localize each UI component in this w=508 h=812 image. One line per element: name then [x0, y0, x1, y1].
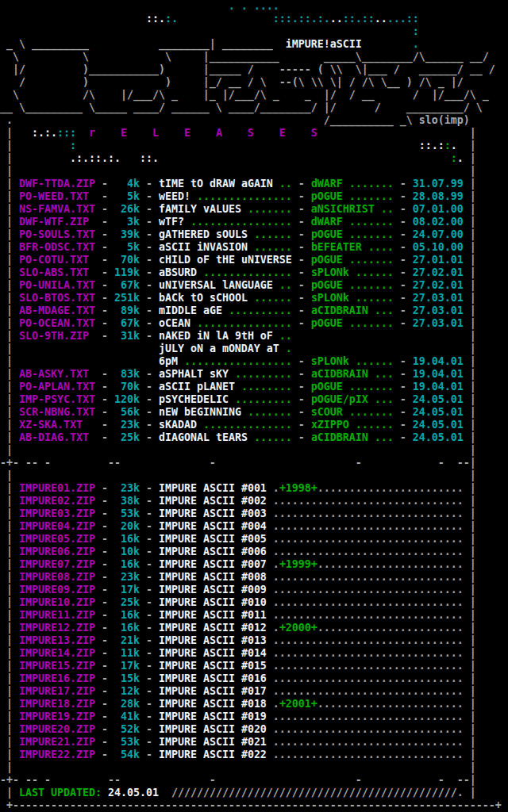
release-row: | PO-SOULS.TXT - 39k - gATHERED sOULS ..… — [0, 228, 508, 241]
art-row: : — [0, 25, 508, 38]
pack-row: | IMPURE05.ZIP - 16k - IMPURE ASCII #005… — [0, 533, 508, 546]
release-row: | XZ-SKA.TXT - 23k - sKADAD ............… — [0, 419, 508, 431]
box-row: | | — [0, 469, 508, 482]
art-row: ::.:. :::.::.:...::.::.....:: — [0, 13, 508, 25]
release-row: | SLO-ABS.TXT - 119k - aBSURD ..........… — [0, 266, 508, 279]
release-row: | 6pM ................. - sPLONk ...... … — [0, 355, 508, 368]
pack-row: | IMPURE17.ZIP - 12k - IMPURE ASCII #017… — [0, 685, 508, 698]
release-row: | AB-DIAG.TXT - 25k - dIAGONAL tEARS ...… — [0, 431, 508, 444]
art-row: . . .... — [0, 0, 508, 13]
pack-row: | IMPURE03.ZIP - 53k - IMPURE ASCII #003… — [0, 508, 508, 520]
pack-row: | IMPURE11.ZIP - 16k - IMPURE ASCII #011… — [0, 609, 508, 622]
pack-row: | IMPURE10.ZIP - 25k - IMPURE ASCII #010… — [0, 596, 508, 609]
pack-row: | IMPURE08.ZIP - 23k - IMPURE ASCII #008… — [0, 571, 508, 584]
release-row: | PO-OCEAN.TXT - 67k - oCEAN ...........… — [0, 317, 508, 330]
release-row: | DWF-WTF.ZIP - 3k - wTF? ..............… — [0, 216, 508, 228]
release-row: | BFR-ODSC.TXT - 5k - aSCII iNVASION ...… — [0, 241, 508, 254]
last-updated-row: | LAST UPDATED: 24.05.01 ///////////////… — [0, 787, 508, 799]
art-row: |/ )___________) |_____ / ----- ( \\ \|_… — [0, 63, 508, 76]
pack-row: | IMPURE20.ZIP - 52k - IMPURE ASCII #020… — [0, 723, 508, 736]
art-row: / ) ) |_/ __ / \ --(\ \\ \| / /\ \__ ) /… — [0, 76, 508, 89]
release-row: | SCR-NBNG.TXT - 56k - nEW bEGINNING ...… — [0, 406, 508, 419]
pack-row: | IMPURE16.ZIP - 15k - IMPURE ASCII #016… — [0, 672, 508, 685]
ascii-release-page: { "palette": { "background": "#000000", … — [0, 0, 508, 812]
art-row: __ \_________ \_____ ____/ ______ \ ____… — [0, 102, 508, 114]
release-row: | AB-ASKY.TXT - 83k - aSPHALT sKY ......… — [0, 368, 508, 381]
logo-tag-row: . /__________ _\ slo(imp) — [0, 114, 508, 127]
pack-row: | IMPURE15.ZIP - 17k - IMPURE ASCII #015… — [0, 660, 508, 672]
pack-row: | IMPURE22.ZIP - 54k - IMPURE ASCII #022… — [0, 749, 508, 761]
release-row: | jULY oN a mONDAY aT . | — [0, 343, 508, 355]
group-title-row: _ \ _________ ________| ________ iMPURE!… — [0, 38, 508, 51]
pack-row: | IMPURE04.ZIP - 20k - IMPURE ASCII #004… — [0, 520, 508, 533]
release-row: | SLO-BTOS.TXT - 251k - bACk tO sCHOOL .… — [0, 292, 508, 304]
release-row: | PO-APLAN.TXT - 70k - aSCII pLANET ....… — [0, 381, 508, 393]
bottom-border-row: +---------------------------------------… — [0, 799, 508, 812]
release-row: | DWF-TTDA.ZIP - 4k - tIME tO dRAW aGAIN… — [0, 178, 508, 190]
release-row: | PO-WEED.TXT - 5k - wEED! .............… — [0, 190, 508, 203]
box-row: | | — [0, 444, 508, 457]
pack-row: | IMPURE02.ZIP - 38k - IMPURE ASCII #002… — [0, 495, 508, 508]
pack-row: | IMPURE12.ZIP - 16k - IMPURE ASCII #012… — [0, 622, 508, 634]
art-row: | : ::.::. | — [0, 140, 508, 152]
pack-row: | IMPURE19.ZIP - 41k - IMPURE ASCII #019… — [0, 710, 508, 723]
pack-row: | IMPURE09.ZIP - 17k - IMPURE ASCII #009… — [0, 584, 508, 596]
pack-row: | IMPURE21.ZIP - 53k - IMPURE ASCII #021… — [0, 736, 508, 749]
pack-row: | IMPURE07.ZIP - 16k - IMPURE ASCII #007… — [0, 558, 508, 571]
box-row: | | — [0, 165, 508, 178]
pack-row: | IMPURE01.ZIP - 23k - IMPURE ASCII #001… — [0, 482, 508, 495]
art-row: \ \ \ |___________ _____\________/\_____… — [0, 51, 508, 63]
terminal-screen: . . .... ::.:. :::.::.:...::.::.....:: :… — [0, 0, 508, 812]
release-row: | IMP-PSYC.TXT - 120k - pSYCHEDELIC ....… — [0, 393, 508, 406]
section-title-row: | :.:.::: r E L E A S E S | — [0, 127, 508, 140]
art-row: | .:.::.:. ::. :. | — [0, 152, 508, 165]
pack-row: | IMPURE14.ZIP - 11k - IMPURE ASCII #014… — [0, 647, 508, 660]
pack-row: | IMPURE06.ZIP - 10k - IMPURE ASCII #006… — [0, 546, 508, 558]
release-row: | NS-FAMVA.TXT - 26k - fAMILY vALUES ...… — [0, 203, 508, 216]
pack-row: | IMPURE13.ZIP - 21k - IMPURE ASCII #013… — [0, 634, 508, 647]
release-row: | AB-MDAGE.TXT - 89k - mIDDLE aGE ......… — [0, 304, 508, 317]
pack-row: | IMPURE18.ZIP - 28k - IMPURE ASCII #018… — [0, 698, 508, 710]
release-row: | PO-UNILA.TXT - 67k - uNIVERSAL lANGUAG… — [0, 279, 508, 292]
separator-row: -+- -- - -- - - - --| — [0, 774, 508, 787]
art-row: \ /\ |/___/\ _ |_ |/___/\ _ _ |/ / __ / … — [0, 89, 508, 102]
separator-row: -+- -- - -- - - - --| — [0, 457, 508, 469]
release-row: | PO-COTU.TXT - 70k - cHILD oF tHE uNIVE… — [0, 254, 508, 266]
box-row: | | — [0, 761, 508, 774]
release-row: | SLO-9TH.ZIP - 31k - nAKED iN lA 9tH oF… — [0, 330, 508, 343]
